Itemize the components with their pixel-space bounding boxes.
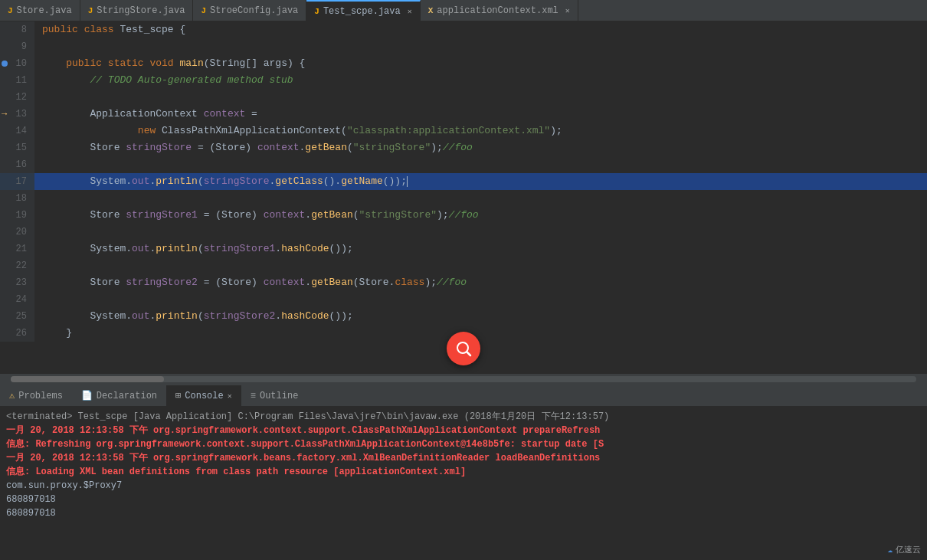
code-line-25: 25 System.out.println(stringStore2.hashC… (0, 308, 927, 325)
editor-wrapper: 8 public class Test_scpe { 9 10 public s… (0, 21, 927, 384)
tab-label: StroeConfig.java (210, 5, 298, 16)
tab-bar: J Store.java J StringStore.java J StroeC… (0, 0, 927, 21)
panel-tab-close-icon[interactable]: ✕ (228, 391, 232, 401)
line-number-16: 16 (0, 156, 34, 173)
line-code-18 (34, 190, 927, 207)
code-line-12: 12 (0, 89, 927, 106)
watermark-text: 亿速云 (896, 543, 921, 557)
code-line-21: 21 System.out.println(stringStore1.hashC… (0, 241, 927, 257)
code-line-16: 16 (0, 156, 927, 173)
java-icon: J (88, 6, 93, 15)
console-terminated-line: <terminated> Test_scpe [Java Application… (6, 410, 921, 424)
line-number-12: 12 (0, 89, 34, 106)
xml-icon: X (428, 6, 434, 15)
panel-tab-label: Declaration (97, 391, 157, 401)
code-line-24: 24 (0, 291, 927, 308)
java-icon: J (201, 6, 206, 15)
tab-stroeconfig[interactable]: J StroeConfig.java (193, 0, 306, 21)
outline-icon: ≡ (251, 391, 256, 401)
line-code-12 (34, 89, 927, 106)
tab-stringstore[interactable]: J StringStore.java (80, 0, 194, 21)
line-code-14: new ClassPathXmlApplicationContext("clas… (34, 123, 927, 139)
line-code-11: // TODO Auto-generated method stub (34, 72, 927, 89)
java-icon: J (8, 6, 13, 15)
line-number-14: 14 (0, 123, 34, 139)
bottom-panel: ⚠ Problems 📄 Declaration ⊞ Console ✕ ≡ O… (0, 384, 927, 560)
search-icon (454, 339, 473, 358)
line-number-18: 18 (0, 190, 34, 207)
console-line-6: 680897018 (6, 493, 921, 506)
code-line-20: 20 (0, 224, 927, 241)
tab-close-icon[interactable]: ✕ (408, 7, 412, 16)
line-code-13: ApplicationContext context = (34, 106, 927, 123)
panel-tab-console[interactable]: ⊞ Console ✕ (166, 385, 241, 406)
code-line-22: 22 (0, 257, 927, 274)
svg-line-1 (467, 352, 471, 356)
line-code-15: Store stringStore = (Store) context.getB… (34, 139, 927, 156)
line-code-25: System.out.println(stringStore2.hashCode… (34, 308, 927, 325)
line-code-19: Store stringStore1 = (Store) context.get… (34, 207, 927, 224)
line-code-23: Store stringStore2 = (Store) context.get… (34, 274, 927, 291)
line-code-24 (34, 291, 927, 308)
java-icon: J (314, 7, 319, 16)
console-icon: ⊞ (175, 390, 181, 401)
code-line-23: 23 Store stringStore2 = (Store) context.… (0, 274, 927, 291)
line-number-26: 26 (0, 325, 34, 342)
line-code-20 (34, 224, 927, 241)
line-number-10: 10 (0, 55, 34, 72)
tab-store[interactable]: J Store.java (0, 0, 80, 21)
line-number-23: 23 (0, 274, 34, 291)
console-line-5: com.sun.proxy.$Proxy7 (6, 479, 921, 493)
line-code-22 (34, 257, 927, 274)
line-code-10: public static void main(String[] args) { (34, 55, 927, 72)
tab-close-icon[interactable]: ✕ (565, 6, 570, 15)
line-number-13: →13 (0, 106, 34, 123)
editor-area[interactable]: 8 public class Test_scpe { 9 10 public s… (0, 21, 927, 373)
horizontal-scrollbar[interactable] (0, 373, 927, 384)
panel-tab-label: Console (185, 391, 223, 401)
warning-icon: ⚠ (9, 390, 15, 401)
code-line-9: 9 (0, 38, 927, 55)
line-number-19: 19 (0, 207, 34, 224)
tab-label: applicationContext.xml (437, 5, 558, 16)
tab-testscpe[interactable]: J Test_scpe.java ✕ (306, 0, 420, 21)
code-line-18: 18 (0, 190, 927, 207)
line-number-21: 21 (0, 241, 34, 257)
code-line-8: 8 public class Test_scpe { (0, 21, 927, 38)
code-container: 8 public class Test_scpe { 9 10 public s… (0, 21, 927, 373)
doc-icon: 📄 (81, 390, 93, 401)
code-line-10: 10 public static void main(String[] args… (0, 55, 927, 72)
code-line-17: 17 System.out.println(stringStore.getCla… (0, 173, 927, 190)
line-number-15: 15 (0, 139, 34, 156)
line-code-16 (34, 156, 927, 173)
code-line-15: 15 Store stringStore = (Store) context.g… (0, 139, 927, 156)
console-line-7: 680897018 (6, 506, 921, 520)
console-line-1: 一月 20, 2018 12:13:58 下午 org.springframew… (6, 424, 921, 437)
console-line-3: 一月 20, 2018 12:13:58 下午 org.springframew… (6, 451, 921, 465)
watermark: ☁ 亿速云 (887, 543, 921, 557)
line-code-8: public class Test_scpe { (34, 21, 927, 38)
panel-tab-bar: ⚠ Problems 📄 Declaration ⊞ Console ✕ ≡ O… (0, 385, 927, 407)
code-line-11: 11 // TODO Auto-generated method stub (0, 72, 927, 89)
line-number-9: 9 (0, 38, 34, 55)
line-number-22: 22 (0, 257, 34, 274)
panel-tab-outline[interactable]: ≡ Outline (241, 385, 308, 406)
line-number-24: 24 (0, 291, 34, 308)
search-fab-button[interactable] (447, 332, 480, 365)
code-line-19: 19 Store stringStore1 = (Store) context.… (0, 207, 927, 224)
panel-tab-problems[interactable]: ⚠ Problems (0, 385, 72, 406)
tab-label: Test_scpe.java (323, 6, 401, 17)
tab-applicationcontext[interactable]: X applicationContext.xml ✕ (421, 0, 578, 21)
console-output: <terminated> Test_scpe [Java Application… (0, 407, 927, 560)
tab-label: StringStore.java (97, 5, 185, 16)
code-line-14: 14 new ClassPathXmlApplicationContext("c… (0, 123, 927, 139)
line-code-26: } (34, 325, 927, 342)
panel-tab-declaration[interactable]: 📄 Declaration (72, 385, 166, 406)
line-number-8: 8 (0, 21, 34, 38)
line-code-9 (34, 38, 927, 55)
code-line-13: →13 ApplicationContext context = (0, 106, 927, 123)
scrollbar-track[interactable] (11, 376, 916, 382)
line-number-20: 20 (0, 224, 34, 241)
watermark-icon: ☁ (887, 543, 893, 557)
line-number-17: 17 (0, 173, 34, 190)
